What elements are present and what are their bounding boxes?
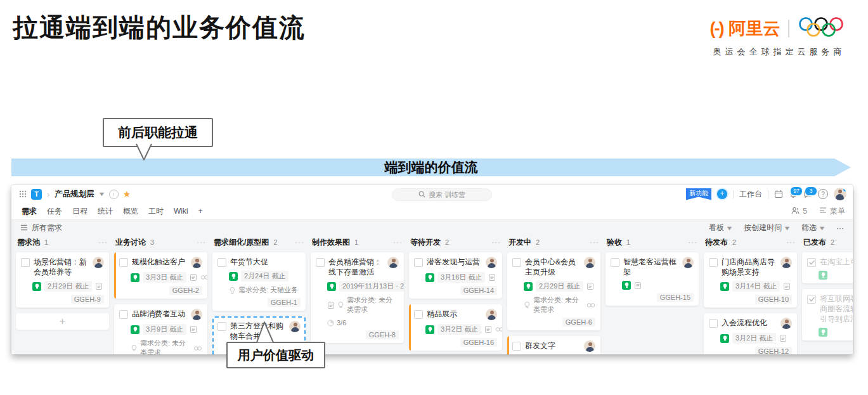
assignee-avatar[interactable] [387, 257, 399, 268]
column-more-icon[interactable]: ··· [590, 238, 599, 247]
card-checkbox[interactable] [414, 310, 423, 319]
hamburger-icon[interactable] [20, 224, 28, 233]
menu-icon[interactable] [819, 207, 827, 216]
card-checkbox[interactable] [709, 258, 718, 267]
card-meta-row [622, 281, 694, 290]
assignee-avatar[interactable] [93, 257, 104, 268]
tab-+[interactable]: + [197, 204, 204, 219]
project-caret-icon[interactable]: ▼ [98, 191, 105, 197]
card-id-row: GGEH-16 [414, 338, 497, 347]
tab-概览[interactable]: 概览 [122, 203, 139, 220]
card-checkbox[interactable] [512, 342, 521, 351]
kanban-card[interactable]: 会员精准营销：线下存量激活2019年11月13日 - 2月27日需求分类: 未分… [311, 252, 404, 343]
kanban-card[interactable]: 会员中心&会员主页升级2月29日 截止需求分类: 未分类需求GGEH-6 [507, 252, 600, 330]
kanban-card[interactable]: 精品展示3月2日 截止GGEH-16 [409, 304, 502, 351]
project-name[interactable]: 产品规划层 [55, 189, 94, 200]
assignee-avatar[interactable] [584, 257, 595, 268]
card-title: 入会流程优化 [722, 318, 777, 328]
more-options-icon[interactable]: ··· [836, 224, 844, 233]
tab-工时[interactable]: 工时 [147, 203, 165, 220]
assignee-avatar[interactable] [584, 340, 595, 352]
info-icon[interactable]: i [109, 190, 119, 199]
app-grid-icon[interactable] [19, 190, 27, 198]
column-header: 已发布2··· [803, 237, 853, 247]
all-requirements-label[interactable]: 所有需求 [32, 223, 62, 233]
kanban-card[interactable]: 门店商品离店导购场景支持3月14日 截止GGEH-10 [704, 252, 797, 308]
card-category-row: 需求分类: 天猫业务 [229, 285, 301, 295]
board-area: 所有需求 看板▼ 按创建时间▼ 筛选▼ ··· 需求池1···场景化营销：新会员… [11, 219, 853, 354]
doc-icon [586, 282, 594, 290]
tab-需求[interactable]: 需求 [20, 203, 38, 220]
column-more-icon[interactable]: ··· [98, 238, 108, 247]
card-checkbox[interactable] [21, 258, 30, 267]
card-checkbox[interactable] [316, 258, 325, 267]
filter-select[interactable]: 筛选▼ [801, 223, 825, 233]
assignee-avatar[interactable] [781, 257, 792, 268]
sort-select[interactable]: 按创建时间▼ [744, 223, 790, 233]
kanban-card[interactable]: 年货节大促2月24日 截止需求分类: 天猫业务GGEH-1 [212, 252, 306, 311]
card-checkbox[interactable] [217, 258, 226, 267]
kanban-card[interactable]: 规模化触达客户3月3日 截止GGEH-2 [114, 252, 207, 299]
user-avatar[interactable] [834, 188, 846, 200]
column-name: 已发布 [803, 237, 826, 248]
column-more-icon[interactable]: ··· [786, 238, 796, 247]
kanban-card[interactable]: 潜客发现与运营3月16日 截止GGEH-14 [409, 252, 502, 299]
notifications-bell-icon[interactable]: 97 [789, 190, 798, 198]
kanban-card[interactable]: 入会流程优化3月2日 截止GGEH-12 [704, 313, 797, 354]
app-header: T › 产品规划层 ▼ i ★ 搜索 训练营 新功能 + 工作台 [11, 185, 853, 203]
column-more-icon[interactable]: ··· [491, 238, 501, 247]
assignee-avatar[interactable] [191, 257, 202, 268]
add-card-button[interactable]: + [16, 313, 109, 330]
column-more-icon[interactable]: ··· [197, 238, 206, 247]
messages-icon[interactable]: 3 [803, 190, 812, 198]
view-select[interactable]: 看板▼ [709, 223, 732, 233]
members-icon[interactable] [791, 207, 800, 216]
kanban-card[interactable]: 群发文字2月29日 截止重要客户需求0/3GGEH-17 [507, 336, 600, 354]
workbench-link[interactable]: 工作台 [739, 189, 762, 200]
column-name: 开发中 [508, 237, 531, 248]
assignee-avatar[interactable] [486, 309, 497, 320]
card-checkbox[interactable] [119, 310, 128, 319]
kanban-card[interactable]: 将互联网客流、城市商圈客流转化为品牌引导到店消费 [802, 289, 853, 340]
card-id: GGEH-16 [460, 338, 497, 347]
assignee-avatar[interactable] [486, 257, 497, 268]
tab-Wiki[interactable]: Wiki [172, 204, 190, 219]
tab-统计[interactable]: 统计 [96, 203, 114, 220]
header-divider [733, 190, 734, 198]
card-title-row: 智慧老客运营框架 [611, 257, 694, 277]
card-checkbox[interactable] [414, 258, 423, 267]
tab-任务[interactable]: 任务 [46, 203, 63, 220]
kanban-card[interactable]: 智慧老客运营框架GGEH-15 [606, 252, 699, 306]
card-checkbox[interactable] [119, 258, 128, 267]
assignee-avatar[interactable] [781, 318, 792, 329]
kanban-card[interactable]: 在淘宝上可以成功… [802, 252, 853, 283]
help-icon[interactable]: ? [818, 189, 828, 199]
add-button[interactable]: + [717, 189, 727, 199]
card-title-row: 会员精准营销：线下存量激活 [316, 257, 399, 277]
kanban-card[interactable]: 场景化营销：新会员培养等2月29日 截止GGEH-9 [16, 252, 109, 308]
card-checkbox[interactable] [611, 258, 619, 267]
card-category-row: 需求分类: 未分类需求 [524, 295, 595, 314]
card-checkbox[interactable] [709, 319, 718, 328]
assignee-avatar[interactable] [682, 257, 694, 268]
assignee-avatar[interactable] [191, 309, 202, 320]
progress-value: 3/6 [337, 319, 346, 327]
column-more-icon[interactable]: ··· [295, 238, 304, 247]
card-checkbox[interactable] [807, 258, 816, 267]
search-input[interactable]: 搜索 训练营 [392, 188, 492, 201]
column-more-icon[interactable]: ··· [393, 238, 403, 247]
calendar-icon[interactable] [774, 190, 783, 198]
column-more-icon[interactable]: ··· [688, 238, 697, 247]
tab-日程[interactable]: 日程 [71, 203, 89, 220]
menu-label[interactable]: 菜单 [830, 206, 845, 217]
teambition-logo[interactable]: T [31, 189, 42, 200]
link-icon [193, 346, 202, 351]
card-checkbox[interactable] [512, 258, 521, 267]
new-feature-badge[interactable]: 新功能 [686, 188, 711, 200]
member-count[interactable]: 5 [803, 207, 807, 216]
card-checkbox[interactable] [217, 322, 226, 331]
card-checkbox[interactable] [807, 295, 816, 304]
favorite-star-icon[interactable]: ★ [123, 189, 131, 199]
assignee-avatar[interactable] [289, 321, 301, 332]
kanban-card[interactable]: 品牌消费者互动3月9日 截止需求分类: 未分类需求GGEH-7 [114, 304, 207, 354]
